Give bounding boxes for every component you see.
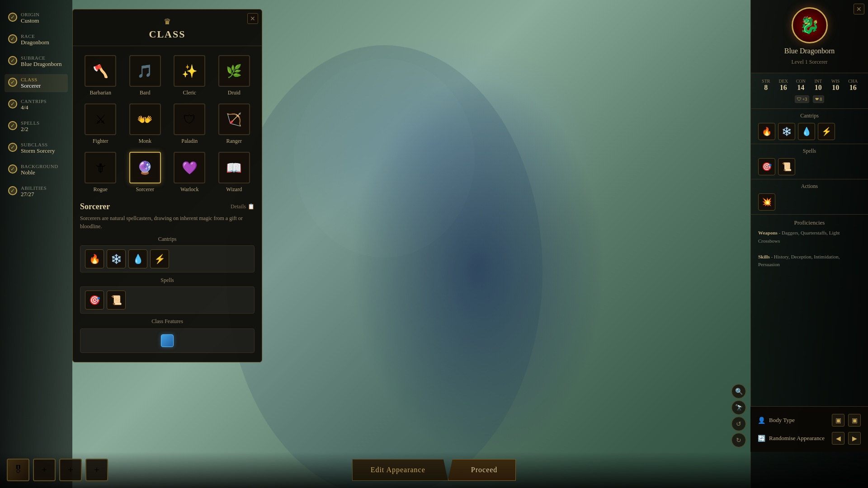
class-grid: 🪓 Barbarian 🎵 Bard ✨ Cleric 🌿 Druid ⚔ Fi… [73, 46, 262, 202]
sorcerer-label: Sorcerer [136, 186, 154, 193]
druid-label: Druid [228, 89, 241, 96]
zoom-in-button[interactable]: 🔍 [731, 384, 746, 399]
stats-grid: STR 8 DEX 16 CON 14 INT 10 WIS 10 CHA 16 [758, 79, 861, 92]
race-check-icon [8, 34, 17, 43]
class-item-bard[interactable]: 🎵 Bard [125, 53, 166, 98]
class-panel-close-button[interactable]: ✕ [247, 13, 258, 24]
class-item-paladin[interactable]: 🛡 Paladin [169, 102, 210, 146]
right-spells-section: Spells 🎯 📜 [751, 144, 868, 179]
barbarian-label: Barbarian [90, 89, 111, 96]
cantrip-icon-2[interactable]: ❄️ [107, 249, 126, 268]
character-subtitle: Level 1 Sorcerer [792, 59, 828, 66]
character-sheet-button[interactable]: 🎖 [7, 459, 29, 481]
class-panel: ✕ ♛ Class 🪓 Barbarian 🎵 Bard ✨ Cleric 🌿 … [72, 9, 262, 362]
bottom-bar: Edit Appearance Proceed [0, 452, 868, 488]
class-item-druid[interactable]: 🌿 Druid [214, 53, 255, 98]
sidebar-item-class[interactable]: Class Sorcerer [5, 74, 68, 92]
sidebar-item-cantrips[interactable]: Cantrips 4/4 [5, 96, 68, 114]
bard-label: Bard [140, 89, 150, 96]
cantrip-icon-1[interactable]: 🔥 [85, 249, 104, 268]
class-value: Sorcerer [21, 82, 41, 89]
spells-value: 2/2 [21, 126, 40, 133]
class-item-cleric[interactable]: ✨ Cleric [169, 53, 210, 98]
randomise-next-button[interactable]: ▶ [848, 432, 861, 445]
class-item-wizard[interactable]: 📖 Wizard [214, 150, 255, 195]
right-cantrip-icon-2[interactable]: ❄️ [778, 123, 795, 140]
subclass-check-icon [8, 143, 17, 152]
rotate-left-button[interactable]: ↺ [731, 417, 746, 431]
sidebar-item-subclass[interactable]: Subclass Storm Sorcery [5, 139, 68, 157]
class-features-section: Class Features [73, 318, 262, 353]
zoom-out-button[interactable]: 🔭 [731, 400, 746, 415]
cantrip-icon-4[interactable]: ⚡ [150, 249, 169, 268]
origin-label: Origin [21, 12, 40, 17]
spell-icon-1[interactable]: 🎯 [85, 291, 104, 310]
randomise-prev-button[interactable]: ◀ [832, 432, 844, 445]
add-button-3[interactable]: + [85, 459, 108, 481]
right-cantrips-icons: 🔥 ❄️ 💧 ⚡ [758, 123, 861, 140]
class-item-ranger[interactable]: 🏹 Ranger [214, 102, 255, 146]
barbarian-icon: 🪓 [85, 55, 116, 87]
class-item-fighter[interactable]: ⚔ Fighter [80, 102, 121, 146]
spells-icons-row: 🎯 📜 [80, 286, 255, 314]
cantrips-value: 4/4 [21, 104, 47, 111]
sidebar-item-spells[interactable]: Spells 2/2 [5, 117, 68, 136]
class-item-sorcerer[interactable]: 🔮 Sorcerer [125, 150, 166, 195]
body-type-option-1[interactable]: ▣ [832, 414, 844, 427]
rotate-right-button[interactable]: ↻ [731, 433, 746, 447]
add-button-2[interactable]: + [59, 459, 82, 481]
wizard-icon: 📖 [218, 152, 250, 183]
proceed-button[interactable]: Proceed [448, 459, 516, 481]
right-cantrip-icon-4[interactable]: ⚡ [818, 123, 835, 140]
right-spells-title: Spells [758, 148, 861, 155]
sidebar-item-race[interactable]: Race Dragonborn [5, 31, 68, 49]
ranger-label: Ranger [226, 138, 242, 145]
class-item-monk[interactable]: 👐 Monk [125, 102, 166, 146]
right-actions-icons: 💥 [758, 193, 861, 211]
details-button[interactable]: Details 📋 [231, 203, 255, 210]
right-spell-icon-2[interactable]: 📜 [778, 158, 795, 175]
paladin-label: Paladin [181, 138, 198, 145]
right-action-icon-1[interactable]: 💥 [758, 193, 775, 211]
background-value: Noble [21, 169, 58, 176]
stat-dex: DEX 16 [776, 79, 792, 92]
right-spell-icon-1[interactable]: 🎯 [758, 158, 775, 175]
background-check-icon [8, 164, 17, 174]
right-actions-title: Actions [758, 183, 861, 190]
abilities-label: Abilities [21, 185, 47, 191]
class-item-rogue[interactable]: 🗡 Rogue [80, 150, 121, 195]
body-type-option-2[interactable]: ▣ [848, 414, 861, 427]
sidebar-item-subrace[interactable]: Subrace Blue Dragonborn [5, 52, 68, 70]
body-type-row: 👤 Body Type ▣ ▣ [758, 411, 861, 429]
appearance-controls: 👤 Body Type ▣ ▣ 🔄 Randomise Appearance ◀… [750, 406, 868, 452]
class-description-area: Sorcerer Details 📋 Sorcerers are natural… [73, 202, 262, 314]
right-actions-section: Actions 💥 [751, 179, 868, 215]
druid-icon: 🌿 [218, 55, 250, 87]
feature-gem-icon [161, 334, 174, 347]
cantrip-icon-3[interactable]: 💧 [128, 249, 147, 268]
skills-label: Skills [758, 254, 770, 259]
stat-con: CON 14 [793, 79, 809, 92]
monk-label: Monk [138, 138, 151, 145]
class-item-barbarian[interactable]: 🪓 Barbarian [80, 53, 121, 98]
sidebar-item-origin[interactable]: Origin Custom [5, 9, 68, 27]
edit-appearance-button[interactable]: Edit Appearance [352, 459, 448, 481]
cantrips-icons-row: 🔥 ❄️ 💧 ⚡ [80, 245, 255, 272]
proficiencies-title: Proficiencies [758, 219, 861, 226]
body-type-label: Body Type [769, 417, 828, 424]
stat-cha: CHA 16 [845, 79, 861, 92]
subrace-label: Subrace [21, 55, 62, 61]
right-panel-close-button[interactable]: ✕ [854, 4, 864, 14]
spell-icon-2[interactable]: 📜 [107, 291, 126, 310]
class-check-icon [8, 78, 17, 87]
character-name: Blue Dragonborn [784, 47, 835, 55]
add-button-1[interactable]: + [33, 459, 56, 481]
sidebar-item-abilities[interactable]: Abilities 27/27 [5, 183, 68, 201]
subclass-label: Subclass [21, 142, 55, 147]
warlock-label: Warlock [180, 186, 198, 193]
class-item-warlock[interactable]: 💜 Warlock [169, 150, 210, 195]
right-cantrip-icon-3[interactable]: 💧 [798, 123, 815, 140]
right-cantrip-icon-1[interactable]: 🔥 [758, 123, 775, 140]
sidebar-item-background[interactable]: Background Noble [5, 161, 68, 179]
class-panel-header: ♛ Class [73, 9, 262, 46]
